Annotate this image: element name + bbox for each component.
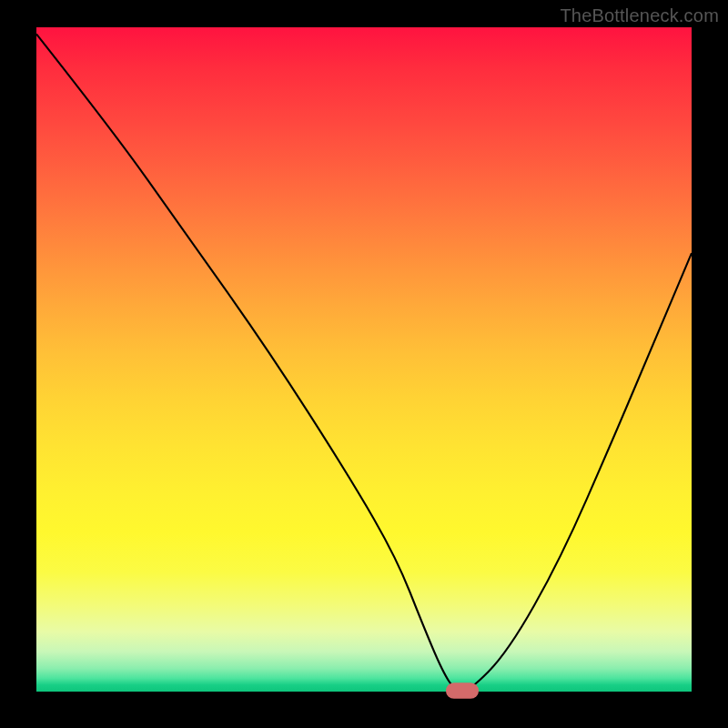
watermark-text: TheBottleneck.com: [560, 5, 719, 26]
optimal-marker: [446, 682, 479, 699]
chart-stage: TheBottleneck.com: [0, 0, 728, 728]
chart-svg: [36, 27, 692, 692]
bottleneck-curve: [36, 34, 692, 692]
plot-area: [36, 27, 692, 692]
